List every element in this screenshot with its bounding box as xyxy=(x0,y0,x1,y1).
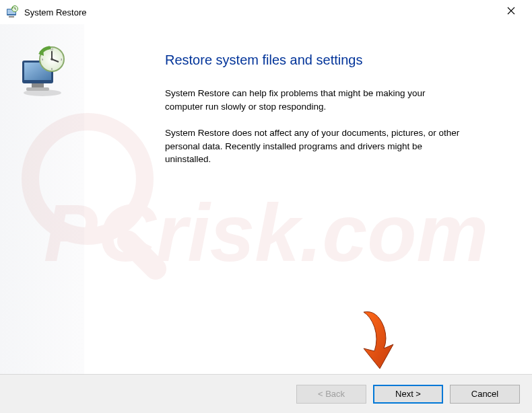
system-restore-window: System Restore xyxy=(0,0,532,413)
titlebar: System Restore xyxy=(0,0,532,24)
wizard-footer: < Back Next > Cancel xyxy=(0,374,532,413)
svg-rect-2 xyxy=(9,16,14,17)
back-button: < Back xyxy=(296,385,366,404)
system-restore-app-icon xyxy=(5,5,19,19)
cancel-button[interactable]: Cancel xyxy=(450,385,520,404)
wizard-main-panel: Restore system files and settings System… xyxy=(84,24,532,374)
svg-text:12: 12 xyxy=(50,48,53,51)
system-restore-icon: 123 69 xyxy=(15,44,69,98)
next-button[interactable]: Next > xyxy=(373,385,443,404)
close-button[interactable] xyxy=(496,1,527,21)
page-heading: Restore system files and settings xyxy=(165,52,465,68)
svg-rect-9 xyxy=(26,87,49,91)
description-paragraph-1: System Restore can help fix problems tha… xyxy=(165,87,465,113)
svg-rect-8 xyxy=(32,83,44,87)
window-title: System Restore xyxy=(24,7,496,17)
description-paragraph-2: System Restore does not affect any of yo… xyxy=(165,126,465,166)
wizard-sidebar: 123 69 xyxy=(0,24,84,374)
content-area: 123 69 Restore system files and settings… xyxy=(0,24,532,374)
